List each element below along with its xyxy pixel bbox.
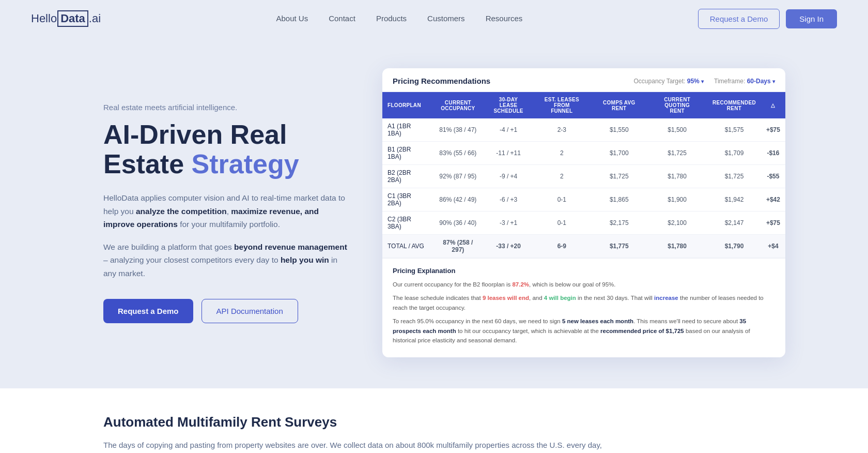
occupancy-label: Occupancy Target: 95% ▾ xyxy=(634,78,704,85)
nav-link-about[interactable]: About Us xyxy=(276,14,308,23)
col-floorplan: Floorplan xyxy=(382,92,431,118)
cell-occupancy: 86% (42 / 49) xyxy=(431,188,485,212)
nav-link-resources[interactable]: Resources xyxy=(486,14,523,23)
cell-funnel: 2-3 xyxy=(532,118,591,142)
cell-delta: -$16 xyxy=(761,142,785,165)
card-header: Pricing Recommendations Occupancy Target… xyxy=(382,68,785,92)
bottom-text: The days of copying and pasting from pro… xyxy=(103,439,610,453)
cell-plan: A1 (1BR 1BA) xyxy=(382,118,431,142)
cell-lease: -11 / +11 xyxy=(485,142,532,165)
cell-recommended: $1,575 xyxy=(707,118,761,142)
hero-bold-1: analyze the competition xyxy=(136,207,227,216)
hero-title-highlight: Strategy xyxy=(192,149,299,179)
logo-data: Data xyxy=(57,10,88,27)
hero-section: Real estate meets artificial intelligenc… xyxy=(0,37,868,388)
col-occupancy: CurrentOccupancy xyxy=(431,92,485,118)
highlight-increase: increase xyxy=(654,295,678,301)
timeframe-label: Timeframe: 60-Days ▾ xyxy=(714,78,775,85)
highlight-new-leases: 5 new leases each month xyxy=(562,318,633,324)
nav-item-resources[interactable]: Resources xyxy=(486,14,523,23)
col-lease: 30-Day LeaseSchedule xyxy=(485,92,532,118)
cell-quoting: $2,100 xyxy=(647,212,707,235)
cell-lease: -33 / +20 xyxy=(485,235,532,258)
cell-plan: B1 (2BR 1BA) xyxy=(382,142,431,165)
bottom-section: Automated Multifamily Rent Surveys The d… xyxy=(0,388,868,453)
hero-description-1: HelloData applies computer vision and AI… xyxy=(103,191,351,231)
cell-occupancy: 87% (258 / 297) xyxy=(431,235,485,258)
hero-tagline: Real estate meets artificial intelligenc… xyxy=(103,103,351,112)
cell-lease: -9 / +4 xyxy=(485,165,532,188)
explanation-line-1: Our current occupancy for the B2 floorpl… xyxy=(393,280,775,289)
dashboard-card: Pricing Recommendations Occupancy Target… xyxy=(382,68,785,357)
cell-funnel: 6-9 xyxy=(532,235,591,258)
nav-item-about[interactable]: About Us xyxy=(276,14,308,23)
logo[interactable]: HelloData.ai xyxy=(31,10,101,27)
occupancy-value[interactable]: 95% ▾ xyxy=(687,78,704,85)
hero-bold-3: beyond revenue management xyxy=(234,243,347,251)
request-demo-button-nav[interactable]: Request a Demo xyxy=(698,9,780,29)
hero-description-2: We are building a platform that goes bey… xyxy=(103,240,351,280)
cell-quoting: $1,500 xyxy=(647,118,707,142)
pricing-explanation: Pricing Explanation Our current occupanc… xyxy=(382,258,785,357)
cell-recommended: $1,709 xyxy=(707,142,761,165)
cell-recommended: $1,790 xyxy=(707,235,761,258)
nav-link-products[interactable]: Products xyxy=(376,14,407,23)
cell-occupancy: 83% (55 / 66) xyxy=(431,142,485,165)
cell-delta: +$75 xyxy=(761,212,785,235)
cell-delta: +$42 xyxy=(761,188,785,212)
pricing-table: Floorplan CurrentOccupancy 30-Day LeaseS… xyxy=(382,92,785,258)
cell-funnel: 0-1 xyxy=(532,212,591,235)
hero-bold-4: help you win xyxy=(281,255,329,264)
table-row: C1 (3BR 2BA) 86% (42 / 49) -6 / +3 0-1 $… xyxy=(382,188,785,212)
cell-quoting: $1,725 xyxy=(647,142,707,165)
logo-ai: .ai xyxy=(89,12,101,25)
logo-hello: Hello xyxy=(31,12,57,25)
request-demo-button-hero[interactable]: Request a Demo xyxy=(103,299,193,323)
cell-funnel: 2 xyxy=(532,165,591,188)
nav-link-contact[interactable]: Contact xyxy=(329,14,355,23)
hero-title-line1: AI-Driven Real xyxy=(103,119,287,149)
hero-left: Real estate meets artificial intelligenc… xyxy=(103,103,351,323)
hero-buttons: Request a Demo API Documentation xyxy=(103,299,351,323)
card-header-right: Occupancy Target: 95% ▾ Timeframe: 60-Da… xyxy=(634,78,775,85)
nav-actions: Request a Demo Sign In xyxy=(698,9,837,29)
cell-comps: $1,550 xyxy=(591,118,647,142)
cell-quoting: $1,780 xyxy=(647,235,707,258)
signin-button[interactable]: Sign In xyxy=(786,9,837,28)
highlight-price: recommended price of $1,725 xyxy=(600,328,684,334)
cell-comps: $1,775 xyxy=(591,235,647,258)
cell-funnel: 0-1 xyxy=(532,188,591,212)
nav-links: About Us Contact Products Customers Reso… xyxy=(276,14,522,23)
nav-item-customers[interactable]: Customers xyxy=(427,14,465,23)
highlight-occupancy: 87.2% xyxy=(512,281,529,288)
nav-item-products[interactable]: Products xyxy=(376,14,407,23)
api-docs-button[interactable]: API Documentation xyxy=(202,299,298,323)
timeframe-value[interactable]: 60-Days ▾ xyxy=(747,78,775,85)
nav-link-customers[interactable]: Customers xyxy=(427,14,465,23)
cell-delta: -$55 xyxy=(761,165,785,188)
nav-item-contact[interactable]: Contact xyxy=(329,14,355,23)
cell-recommended: $2,147 xyxy=(707,212,761,235)
cell-lease: -3 / +1 xyxy=(485,212,532,235)
highlight-leases-end: 9 leases will end xyxy=(483,295,529,301)
hero-title: AI-Driven Real Estate Strategy xyxy=(103,120,351,179)
cell-lease: -6 / +3 xyxy=(485,188,532,212)
cell-lease: -4 / +1 xyxy=(485,118,532,142)
cell-plan: B2 (2BR 2BA) xyxy=(382,165,431,188)
cell-quoting: $1,900 xyxy=(647,188,707,212)
col-recommended: RecommendedRent xyxy=(707,92,761,118)
table-row: B1 (2BR 1BA) 83% (55 / 66) -11 / +11 2 $… xyxy=(382,142,785,165)
cell-plan: TOTAL / AVG xyxy=(382,235,431,258)
cell-plan: C1 (3BR 2BA) xyxy=(382,188,431,212)
explanation-line-3: To reach 95.0% occupancy in the next 60 … xyxy=(393,316,775,345)
cell-comps: $1,700 xyxy=(591,142,647,165)
explanation-line-2: The lease schedule indicates that 9 leas… xyxy=(393,293,775,312)
table-row: C2 (3BR 3BA) 90% (36 / 40) -3 / +1 0-1 $… xyxy=(382,212,785,235)
cell-delta: +$75 xyxy=(761,118,785,142)
cell-comps: $2,175 xyxy=(591,212,647,235)
highlight-leases-begin: 4 will begin xyxy=(544,295,576,301)
table-row: A1 (1BR 1BA) 81% (38 / 47) -4 / +1 2-3 $… xyxy=(382,118,785,142)
cell-occupancy: 90% (36 / 40) xyxy=(431,212,485,235)
explanation-title: Pricing Explanation xyxy=(393,267,775,275)
cell-occupancy: 92% (87 / 95) xyxy=(431,165,485,188)
